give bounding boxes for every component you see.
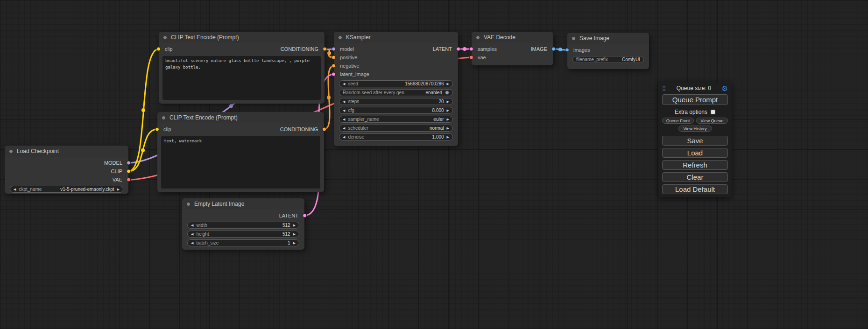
output-port-image[interactable] xyxy=(551,47,556,51)
queue-front-button[interactable]: Queue Front xyxy=(662,118,694,124)
node-title: Load Checkpoint xyxy=(17,148,59,154)
input-port-model[interactable] xyxy=(332,47,336,51)
output-label-vae: VAE xyxy=(113,177,122,182)
arrow-right-icon[interactable]: ▶ xyxy=(293,224,296,227)
settings-gear-icon[interactable]: ⚙ xyxy=(722,85,728,92)
node-clip-text-encode-positive[interactable]: CLIP Text Encode (Prompt) clip CONDITION… xyxy=(159,32,325,104)
arrow-right-icon[interactable]: ▶ xyxy=(293,241,296,245)
slot-row: LATENT xyxy=(182,211,304,220)
arrow-left-icon[interactable]: ◀ xyxy=(343,100,345,103)
output-port-model[interactable] xyxy=(127,161,131,165)
widget-steps[interactable]: ◀ steps 20 ▶ xyxy=(339,98,453,105)
input-port-clip[interactable] xyxy=(155,127,159,132)
arrow-right-icon[interactable]: ▶ xyxy=(447,135,449,139)
queue-prompt-button[interactable]: Queue Prompt xyxy=(662,94,728,105)
node-titlebar[interactable]: CLIP Text Encode (Prompt) xyxy=(159,32,325,43)
widget-value: enabled xyxy=(425,90,442,95)
arrow-left-icon[interactable]: ◀ xyxy=(14,188,16,191)
collapse-dot-icon[interactable] xyxy=(9,149,13,154)
link-midpoint-dot xyxy=(229,104,233,108)
output-port-latent[interactable] xyxy=(303,214,307,218)
widget-seed[interactable]: ◀ seed 156680208700286 ▶ xyxy=(339,80,453,87)
input-port-negative[interactable] xyxy=(332,64,336,68)
arrow-right-icon[interactable]: ▶ xyxy=(117,188,120,191)
load-button[interactable]: Load xyxy=(662,148,728,158)
arrow-right-icon[interactable]: ▶ xyxy=(447,126,449,130)
widget-height[interactable]: ◀ height 512 ▶ xyxy=(187,231,299,238)
widget-value: 156680208700286 xyxy=(405,81,444,86)
output-port-vae[interactable] xyxy=(127,178,131,182)
positive-prompt-textarea[interactable]: beautiful scenery nature glass bottle la… xyxy=(162,56,321,100)
collapse-dot-icon[interactable] xyxy=(162,116,166,120)
arrow-left-icon[interactable]: ◀ xyxy=(343,126,345,130)
widget-width[interactable]: ◀ width 512 ▶ xyxy=(187,222,299,229)
widget-ckpt-name[interactable]: ◀ ckpt_name v1-5-pruned-emaonly.ckpt ▶ xyxy=(10,186,123,193)
input-port-clip[interactable] xyxy=(156,47,161,51)
toggle-dot-icon[interactable] xyxy=(445,91,449,95)
node-load-checkpoint[interactable]: Load Checkpoint MODEL CLIP VAE ◀ ckpt_na… xyxy=(5,146,128,194)
output-port-clip[interactable] xyxy=(127,169,131,174)
widget-filename-prefix[interactable]: filename_prefix ComfyUI xyxy=(572,56,644,63)
widget-batch-size[interactable]: ◀ batch_size 1 ▶ xyxy=(187,239,299,246)
view-queue-button[interactable]: View Queue xyxy=(696,118,728,124)
node-titlebar[interactable]: Save Image xyxy=(567,33,649,44)
node-titlebar[interactable]: CLIP Text Encode (Prompt) xyxy=(157,112,324,123)
arrow-right-icon[interactable]: ▶ xyxy=(293,232,296,236)
collapse-dot-icon[interactable] xyxy=(476,35,480,40)
clear-button[interactable]: Clear xyxy=(662,172,728,182)
collapse-dot-icon[interactable] xyxy=(572,36,576,41)
node-titlebar[interactable]: Empty Latent Image xyxy=(182,198,304,210)
negative-prompt-textarea[interactable]: text, watermark xyxy=(161,136,320,189)
output-port-conditioning[interactable] xyxy=(323,47,327,51)
node-graph-canvas[interactable]: Load Checkpoint MODEL CLIP VAE ◀ ckpt_na… xyxy=(0,0,868,329)
arrow-left-icon[interactable]: ◀ xyxy=(343,135,345,139)
input-port-positive[interactable] xyxy=(332,56,336,60)
arrow-left-icon[interactable]: ◀ xyxy=(191,241,193,245)
extra-options-checkbox[interactable] xyxy=(711,110,715,114)
input-port-images[interactable] xyxy=(565,48,569,52)
widget-cfg[interactable]: ◀ cfg 8.000 ▶ xyxy=(339,107,453,114)
menu-header: ⣿ Queue size: 0 ⚙ xyxy=(662,84,728,92)
arrow-right-icon[interactable]: ▶ xyxy=(447,100,449,103)
save-button[interactable]: Save xyxy=(662,136,728,146)
node-ksampler[interactable]: KSampler model LATENT positive negative … xyxy=(334,32,458,146)
output-label-conditioning: CONDITIONING xyxy=(281,46,318,52)
node-title: KSampler xyxy=(346,34,371,41)
arrow-right-icon[interactable]: ▶ xyxy=(447,109,449,112)
arrow-left-icon[interactable]: ◀ xyxy=(191,232,193,236)
node-clip-text-encode-negative[interactable]: CLIP Text Encode (Prompt) clip CONDITION… xyxy=(157,112,324,192)
arrow-right-icon[interactable]: ▶ xyxy=(447,118,449,121)
drag-handle-icon[interactable]: ⣿ xyxy=(662,85,666,91)
arrow-left-icon[interactable]: ◀ xyxy=(191,224,193,227)
widget-denoise[interactable]: ◀ denoise 1.000 ▶ xyxy=(339,133,453,140)
view-history-button[interactable]: View History xyxy=(678,126,712,132)
slot-row: clip CONDITIONING xyxy=(159,45,325,53)
arrow-left-icon[interactable]: ◀ xyxy=(343,118,345,121)
node-vae-decode[interactable]: VAE Decode samples IMAGE vae xyxy=(472,32,553,65)
node-titlebar[interactable]: Load Checkpoint xyxy=(5,146,128,157)
collapse-dot-icon[interactable] xyxy=(186,202,191,206)
output-port-conditioning[interactable] xyxy=(322,127,326,132)
node-empty-latent-image[interactable]: Empty Latent Image LATENT ◀ width 512 ▶ … xyxy=(182,198,304,250)
widget-sampler-name[interactable]: ◀ sampler_name euler ▶ xyxy=(339,116,453,123)
arrow-left-icon[interactable]: ◀ xyxy=(343,82,345,85)
widget-random-seed-toggle[interactable]: Random seed after every gen enabled xyxy=(339,89,453,96)
widget-value: 512 xyxy=(282,223,290,228)
queue-size-label: Queue size: 0 xyxy=(666,85,721,91)
widget-scheduler[interactable]: ◀ scheduler normal ▶ xyxy=(339,125,453,132)
slot-row: latent_image xyxy=(334,70,458,78)
node-save-image[interactable]: Save Image images filename_prefix ComfyU… xyxy=(567,33,649,69)
arrow-right-icon[interactable]: ▶ xyxy=(447,82,449,85)
collapse-dot-icon[interactable] xyxy=(338,35,342,40)
load-default-button[interactable]: Load Default xyxy=(662,184,728,194)
refresh-button[interactable]: Refresh xyxy=(662,160,728,170)
collapse-dot-icon[interactable] xyxy=(163,35,167,40)
input-port-samples[interactable] xyxy=(469,47,473,51)
node-titlebar[interactable]: KSampler xyxy=(334,32,458,43)
output-port-latent[interactable] xyxy=(456,47,460,51)
widget-label: batch_size xyxy=(196,240,219,245)
input-port-latent-image[interactable] xyxy=(332,72,336,77)
arrow-left-icon[interactable]: ◀ xyxy=(343,109,345,112)
input-port-vae[interactable] xyxy=(469,56,473,60)
node-titlebar[interactable]: VAE Decode xyxy=(472,32,553,43)
